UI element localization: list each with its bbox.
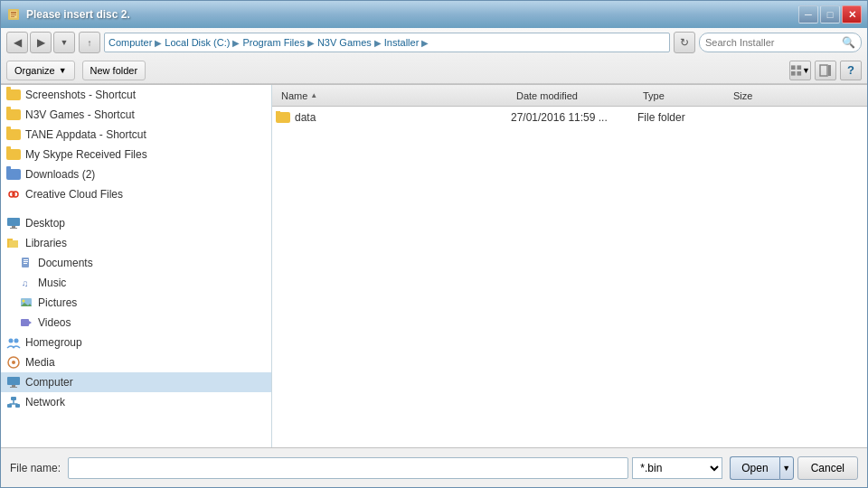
sidebar-item-media[interactable]: Media	[1, 352, 271, 372]
pictures-icon	[19, 296, 33, 310]
homegroup-icon	[6, 335, 21, 350]
creative-cloud-icon	[6, 187, 21, 202]
svg-point-29	[14, 339, 19, 343]
folder-yellow-icon	[6, 88, 21, 102]
window-controls: ─ □ ✕	[798, 5, 862, 23]
sidebar-item-downloads[interactable]: Downloads (2)	[1, 164, 271, 184]
breadcrumb-computer[interactable]: Computer	[108, 37, 152, 48]
svg-rect-9	[820, 65, 827, 76]
svg-rect-17	[9, 240, 18, 248]
help-button[interactable]: ?	[840, 61, 862, 80]
column-headers: Name ▲ Date modified Type Size	[272, 85, 867, 107]
search-bar: 🔍	[699, 33, 862, 52]
svg-rect-2	[11, 12, 16, 14]
cancel-button[interactable]: Cancel	[797, 456, 858, 480]
breadcrumb-installer[interactable]: Installer	[384, 37, 420, 48]
svg-rect-34	[10, 387, 17, 388]
new-folder-button[interactable]: New folder	[82, 61, 146, 80]
type-column-header[interactable]: Type	[637, 90, 728, 101]
breadcrumb[interactable]: Computer ▶ Local Disk (C:) ▶ Program Fil…	[104, 33, 670, 52]
svg-marker-27	[29, 321, 32, 324]
sidebar-item-music[interactable]: ♫ Music	[1, 273, 271, 293]
sidebar: Screenshots - Shortcut N3V Games - Short…	[1, 85, 272, 447]
name-column-header[interactable]: Name ▲	[276, 90, 511, 101]
svg-rect-8	[797, 70, 801, 75]
sidebar-item-homegroup[interactable]: Homegroup	[1, 333, 271, 352]
file-name-group: *.bin	[68, 457, 722, 479]
svg-point-24	[23, 300, 25, 303]
svg-rect-26	[21, 319, 29, 326]
bottom-buttons: Open ▼ Cancel	[730, 456, 858, 480]
file-date-cell: 27/01/2016 11:59 ...	[511, 111, 637, 124]
svg-point-28	[9, 339, 14, 343]
open-button-group: Open ▼	[730, 456, 793, 480]
file-folder-icon	[276, 112, 290, 123]
change-view-button[interactable]: ▼	[789, 61, 811, 80]
search-input[interactable]	[705, 37, 842, 48]
sidebar-item-skype[interactable]: My Skype Received Files	[1, 145, 271, 164]
file-type-select[interactable]: *.bin	[632, 457, 722, 479]
svg-rect-19	[24, 259, 28, 260]
breadcrumb-n3vgames[interactable]: N3V Games	[317, 37, 372, 48]
svg-rect-3	[11, 14, 16, 15]
sidebar-item-documents[interactable]: Documents	[1, 253, 271, 273]
bottom-bar: File name: *.bin Open ▼ Cancel	[1, 447, 867, 487]
sidebar-item-desktop[interactable]: Desktop	[1, 213, 271, 233]
recent-button[interactable]: ▼	[53, 32, 75, 53]
sidebar-item-videos[interactable]: Videos	[1, 313, 271, 333]
svg-rect-18	[22, 258, 29, 267]
forward-button[interactable]: ▶	[30, 32, 52, 53]
search-icon[interactable]: 🔍	[842, 36, 855, 49]
svg-rect-14	[12, 226, 15, 228]
svg-point-31	[12, 361, 15, 364]
file-list-area: Name ▲ Date modified Type Size	[272, 85, 867, 447]
svg-rect-5	[791, 65, 796, 70]
date-column-header[interactable]: Date modified	[511, 90, 637, 101]
svg-rect-7	[791, 70, 796, 75]
organize-button[interactable]: Organize ▼	[6, 61, 75, 80]
folder-yellow-icon	[6, 147, 21, 162]
sidebar-item-screenshots[interactable]: Screenshots - Shortcut	[1, 85, 271, 105]
view-dropdown-icon: ▼	[802, 66, 810, 75]
up-button[interactable]: ↑	[79, 32, 100, 53]
sidebar-item-libraries[interactable]: Libraries	[1, 233, 271, 253]
svg-text:♫: ♫	[22, 278, 29, 288]
sidebar-item-computer[interactable]: Computer	[1, 372, 271, 392]
sidebar-item-n3vgames[interactable]: N3V Games - Shortcut	[1, 105, 271, 125]
view-controls: ▼ ?	[789, 61, 862, 80]
open-button[interactable]: Open	[730, 456, 778, 480]
sidebar-item-network[interactable]: Network	[1, 392, 271, 412]
svg-rect-32	[7, 377, 20, 385]
minimize-button[interactable]: ─	[798, 5, 818, 23]
organize-dropdown-icon: ▼	[59, 66, 67, 75]
nav-buttons: ◀ ▶ ▼	[6, 32, 75, 53]
sidebar-item-pictures[interactable]: Pictures	[1, 293, 271, 313]
breadcrumb-localdisk[interactable]: Local Disk (C:)	[165, 37, 230, 48]
svg-rect-6	[797, 65, 801, 70]
window-title: Please insert disc 2.	[26, 8, 798, 21]
file-name-input[interactable]	[68, 457, 628, 479]
computer-icon	[6, 375, 21, 389]
documents-icon	[19, 256, 33, 270]
close-button[interactable]: ✕	[842, 5, 862, 23]
sidebar-item-tane[interactable]: TANE Appdata - Shortcut	[1, 125, 271, 145]
svg-rect-20	[24, 261, 28, 262]
preview-pane-button[interactable]	[815, 61, 836, 80]
folder-blue-icon	[6, 167, 21, 182]
toolbar-area: ◀ ▶ ▼ ↑ Computer ▶ Local Disk (C:) ▶ Pro…	[1, 28, 867, 85]
maximize-button[interactable]: □	[820, 5, 840, 23]
refresh-button[interactable]: ↻	[674, 32, 695, 53]
svg-rect-35	[11, 397, 16, 400]
breadcrumb-programfiles[interactable]: Program Files	[242, 37, 304, 48]
main-area: Screenshots - Shortcut N3V Games - Short…	[1, 85, 867, 447]
open-dropdown-button[interactable]: ▼	[779, 456, 794, 480]
window-icon	[6, 7, 21, 22]
size-column-header[interactable]: Size	[728, 90, 800, 101]
svg-rect-10	[828, 65, 831, 76]
back-button[interactable]: ◀	[6, 32, 28, 53]
file-type-cell: File folder	[637, 111, 728, 124]
svg-rect-4	[11, 16, 14, 17]
sidebar-item-creative-cloud[interactable]: Creative Cloud Files	[1, 184, 271, 204]
file-row[interactable]: data 27/01/2016 11:59 ... File folder	[272, 108, 867, 127]
file-name-cell: data	[276, 111, 511, 124]
